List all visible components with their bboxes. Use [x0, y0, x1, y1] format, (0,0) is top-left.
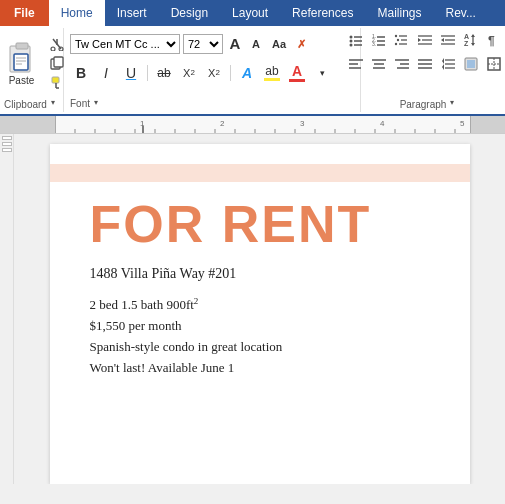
font-expand[interactable]: ▾ — [94, 98, 106, 110]
tab-insert[interactable]: Insert — [105, 0, 159, 26]
paste-label: Paste — [9, 75, 35, 86]
ribbon-tabs: File Home Insert Design Layout Reference… — [0, 0, 505, 26]
svg-rect-71 — [55, 116, 56, 134]
detail-style: Spanish-style condo in great location — [90, 337, 430, 358]
for-rent-heading: FOR RENT — [90, 194, 430, 254]
svg-text:✗: ✗ — [297, 38, 306, 50]
svg-marker-46 — [471, 43, 475, 46]
svg-rect-73 — [470, 116, 471, 134]
tab-review[interactable]: Rev... — [433, 0, 487, 26]
main-content: FOR RENT 1488 Villa Piña Way #201 2 bed … — [0, 134, 505, 484]
font-color-button[interactable]: A — [286, 63, 308, 83]
svg-marker-63 — [442, 58, 444, 64]
svg-rect-11 — [54, 57, 63, 67]
tab-mailings[interactable]: Mailings — [365, 0, 433, 26]
font-row-1: Tw Cen MT Cc ... 72 A A Aa ✗ — [70, 34, 354, 54]
sort-button[interactable]: A Z — [460, 30, 482, 50]
svg-text:Z: Z — [464, 40, 469, 47]
svg-text:4: 4 — [380, 119, 385, 128]
increase-indent-button[interactable] — [437, 30, 459, 50]
font-group-label: Font ▾ — [70, 96, 106, 110]
justify-button[interactable] — [414, 54, 436, 74]
show-formatting-button[interactable]: ¶ — [483, 30, 505, 50]
tab-design[interactable]: Design — [159, 0, 220, 26]
font-color-dropdown[interactable]: ▾ — [311, 63, 333, 83]
svg-rect-66 — [467, 60, 475, 68]
paragraph-expand[interactable]: ▾ — [450, 98, 462, 110]
fmt-separator-1 — [147, 65, 148, 81]
svg-marker-64 — [442, 64, 444, 70]
svg-text:3.: 3. — [372, 41, 376, 47]
document-area: FOR RENT 1488 Villa Piña Way #201 2 bed … — [14, 134, 505, 484]
subscript-button[interactable]: X2 — [178, 63, 200, 83]
clipboard-group: Paste — [4, 28, 64, 112]
paragraph-group: 1. 2. 3. — [361, 28, 501, 112]
left-margin-panel — [0, 134, 14, 484]
tab-home[interactable]: Home — [49, 0, 105, 26]
line-spacing-button[interactable] — [437, 54, 459, 74]
svg-point-8 — [51, 47, 55, 51]
detail-beds-baths: 2 bed 1.5 bath 900ft2 — [90, 294, 430, 316]
highlight-button[interactable]: ab — [261, 63, 283, 83]
align-center-button[interactable] — [368, 54, 390, 74]
svg-text:1: 1 — [140, 119, 145, 128]
align-right-button[interactable] — [391, 54, 413, 74]
numbering-button[interactable]: 1. 2. 3. — [368, 30, 390, 50]
highlight-bar — [50, 164, 470, 182]
svg-point-28 — [394, 35, 396, 37]
shading-button[interactable] — [460, 54, 482, 74]
borders-button[interactable] — [483, 54, 505, 74]
font-row-2: B I U ab X2 X2 A ab A — [70, 63, 354, 83]
font-grow-button[interactable]: A — [226, 35, 244, 53]
svg-rect-70 — [0, 116, 55, 134]
svg-point-32 — [394, 43, 396, 45]
svg-rect-72 — [470, 116, 505, 134]
paste-button[interactable]: Paste — [0, 33, 44, 93]
ribbon-toolbar: Paste — [0, 26, 505, 116]
para-row-1: 1. 2. 3. — [345, 30, 505, 50]
tab-file[interactable]: File — [0, 0, 49, 26]
svg-text:5: 5 — [460, 119, 465, 128]
text-effects-button[interactable]: A — [236, 63, 258, 83]
italic-button[interactable]: I — [95, 63, 117, 83]
svg-rect-12 — [52, 77, 59, 83]
svg-point-30 — [396, 39, 398, 41]
para-row-2: ▾ — [345, 54, 506, 74]
bold-button[interactable]: B — [70, 63, 92, 83]
strikethrough-button[interactable]: ab — [153, 63, 175, 83]
svg-rect-2 — [14, 54, 28, 70]
svg-marker-45 — [471, 34, 475, 37]
tab-layout[interactable]: Layout — [220, 0, 280, 26]
margin-mark-1 — [2, 136, 12, 140]
details-block: 2 bed 1.5 bath 900ft2 $1,550 per month S… — [90, 294, 430, 379]
decrease-indent-button[interactable] — [414, 30, 436, 50]
svg-text:3: 3 — [300, 119, 305, 128]
multilevel-list-button[interactable] — [391, 30, 413, 50]
svg-text:A: A — [464, 33, 469, 40]
clipboard-expand[interactable]: ▾ — [51, 98, 63, 110]
svg-rect-1 — [16, 43, 28, 49]
svg-point-20 — [349, 44, 352, 47]
underline-button[interactable]: U — [120, 63, 142, 83]
svg-point-18 — [349, 40, 352, 43]
svg-marker-37 — [418, 38, 421, 42]
detail-price: $1,550 per month — [90, 316, 430, 337]
document-page: FOR RENT 1488 Villa Piña Way #201 2 bed … — [50, 144, 470, 484]
svg-point-16 — [349, 36, 352, 39]
font-group: Tw Cen MT Cc ... 72 A A Aa ✗ B I U — [64, 28, 361, 112]
fmt-separator-2 — [230, 65, 231, 81]
svg-text:¶: ¶ — [488, 34, 495, 48]
ruler: 1 2 3 4 5 — [0, 116, 505, 134]
tab-references[interactable]: References — [280, 0, 365, 26]
change-case-button[interactable]: Aa — [268, 34, 290, 54]
paste-icon — [6, 41, 38, 73]
detail-availability: Won't last! Available June 1 — [90, 358, 430, 379]
align-left-button[interactable] — [345, 54, 367, 74]
font-shrink-button[interactable]: A — [247, 35, 265, 53]
clear-formatting-button[interactable]: ✗ — [293, 34, 315, 54]
font-size-selector[interactable]: 72 — [183, 34, 223, 54]
bullets-button[interactable] — [345, 30, 367, 50]
font-family-selector[interactable]: Tw Cen MT Cc ... — [70, 34, 180, 54]
superscript-button[interactable]: X2 — [203, 63, 225, 83]
address-line: 1488 Villa Piña Way #201 — [90, 266, 430, 282]
